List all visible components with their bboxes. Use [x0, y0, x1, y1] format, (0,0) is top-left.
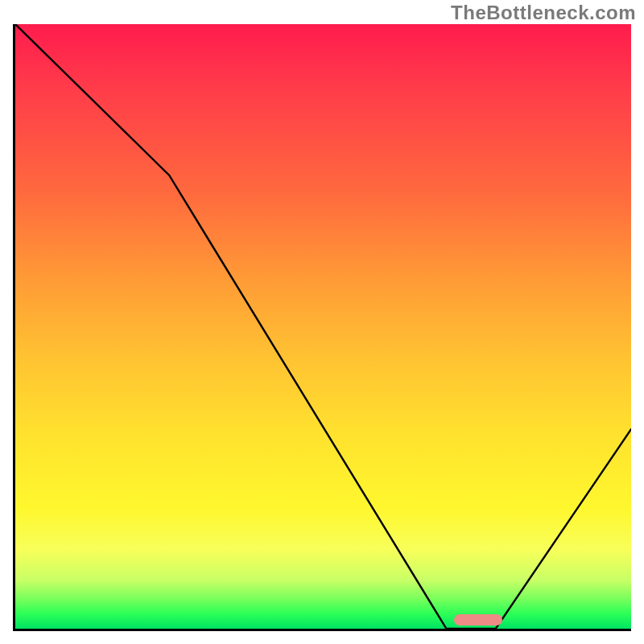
optimal-range-marker	[454, 614, 502, 625]
watermark-text: TheBottleneck.com	[451, 2, 636, 24]
plot-area	[13, 24, 631, 631]
curve-line	[15, 24, 631, 629]
stage: TheBottleneck.com	[0, 0, 644, 644]
bottleneck-curve	[15, 24, 631, 629]
